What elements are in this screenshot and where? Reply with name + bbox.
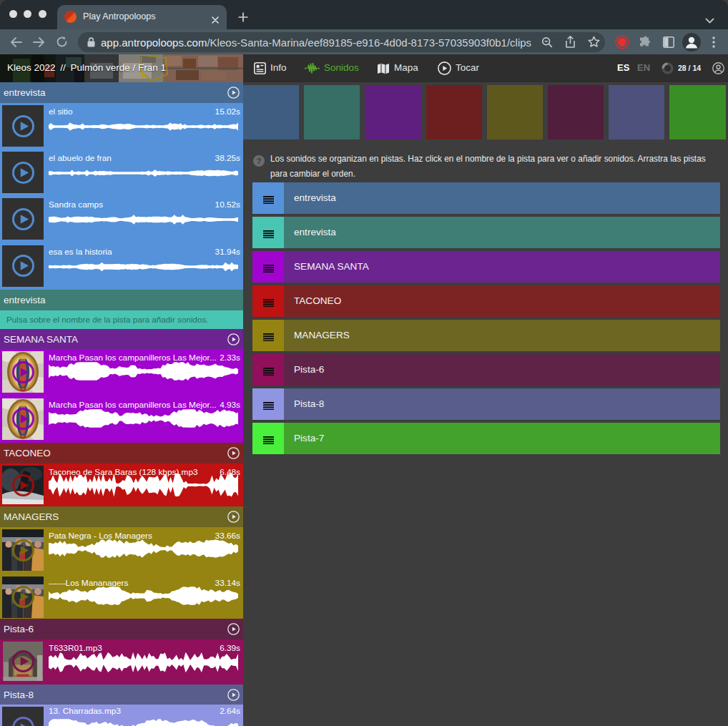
svg-text:?: ? — [257, 157, 262, 165]
